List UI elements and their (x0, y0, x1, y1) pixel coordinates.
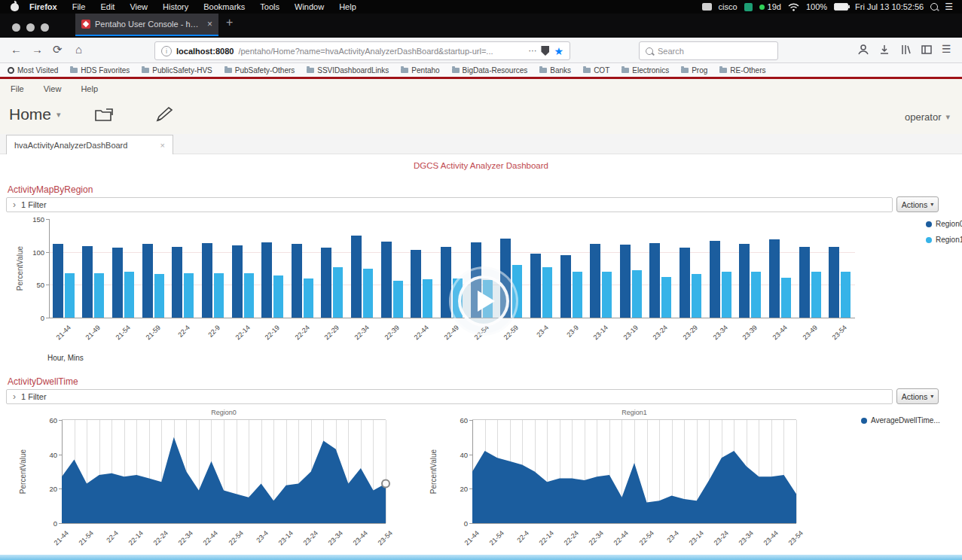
bar-region1[interactable] (751, 272, 761, 318)
bar-region0[interactable] (530, 254, 541, 318)
bookmark-item[interactable]: Most Visited (8, 66, 58, 75)
bar-region1[interactable] (184, 273, 194, 318)
mac-menu-bookmarks[interactable]: Bookmarks (196, 2, 252, 11)
dwell-chart-legend[interactable]: AverageDwellTime... (861, 416, 940, 425)
dashboard-tab-close-icon[interactable]: × (160, 141, 165, 150)
bar-region0[interactable] (381, 242, 392, 318)
bar-region1[interactable] (811, 272, 821, 318)
wifi-icon[interactable] (788, 3, 799, 11)
actions-button-dwell[interactable]: Actions ▾ (896, 388, 939, 404)
bar-region0[interactable] (710, 241, 720, 318)
legend-item-region1[interactable]: Region1 (926, 236, 962, 244)
mac-menu-file[interactable]: File (65, 2, 93, 11)
area-series[interactable] (62, 420, 386, 523)
bar-region0[interactable] (739, 244, 750, 318)
vpn-label[interactable]: cisco (719, 2, 738, 11)
apple-icon[interactable] (11, 3, 19, 11)
bar-region0[interactable] (411, 250, 421, 318)
battery-icon[interactable] (834, 3, 848, 11)
bar-region1[interactable] (154, 274, 164, 318)
menu-hamburger-icon[interactable]: ☰ (942, 43, 951, 55)
bar-region1[interactable] (363, 269, 373, 318)
bar-region0[interactable] (53, 244, 63, 318)
page-actions-icon[interactable]: ⋯ (528, 46, 536, 56)
back-button[interactable]: ← (11, 43, 22, 56)
bar-region1[interactable] (781, 278, 791, 318)
uptime-indicator[interactable]: 19d (759, 2, 781, 11)
bar-region0[interactable] (82, 246, 93, 318)
legend-item-region0[interactable]: Region0 (926, 220, 962, 228)
perspective-dropdown[interactable]: Home ▾ (9, 105, 61, 123)
mac-menu-window[interactable]: Window (287, 2, 331, 11)
mac-app-name[interactable]: Firefox (22, 2, 65, 11)
control-center-icon[interactable]: ☰ (945, 2, 953, 12)
bar-region0[interactable] (142, 244, 153, 318)
bar-region0[interactable] (829, 247, 839, 318)
bookmark-item[interactable]: Electronics (621, 66, 669, 75)
bar-region1[interactable] (602, 272, 612, 318)
green-app-icon[interactable] (744, 3, 753, 11)
user-dropdown[interactable]: operator ▾ (905, 111, 950, 123)
pentaho-menu-help[interactable]: Help (81, 84, 98, 93)
bar-region1[interactable] (542, 267, 552, 318)
area-polygon[interactable] (472, 451, 796, 523)
minimize-window-button[interactable] (26, 23, 35, 32)
pentaho-menu-file[interactable]: File (11, 84, 24, 93)
filter-bar-dwell[interactable]: › 1 Filter (6, 389, 893, 404)
bar-region0[interactable] (261, 242, 272, 318)
bar-region0[interactable] (769, 239, 780, 318)
bar-region1[interactable] (124, 272, 134, 318)
bar-region1[interactable] (333, 267, 343, 318)
bar-region0[interactable] (590, 244, 600, 318)
bookmark-item[interactable]: PubSafety-Others (224, 66, 295, 75)
browser-tab[interactable]: Pentaho User Console - hvaAc × (75, 14, 218, 36)
bar-region1[interactable] (304, 278, 313, 318)
bookmark-item[interactable]: HDS Favorites (70, 66, 130, 75)
actions-button-map[interactable]: Actions ▾ (896, 196, 939, 212)
reload-button[interactable]: ⟳ (53, 43, 63, 56)
bar-region0[interactable] (680, 248, 690, 318)
bar-region1[interactable] (214, 273, 224, 318)
bar-region1[interactable] (423, 279, 432, 318)
bar-region0[interactable] (112, 248, 123, 318)
pentaho-menu-view[interactable]: View (44, 84, 62, 93)
play-button[interactable] (458, 275, 509, 327)
site-info-icon[interactable]: i (161, 46, 172, 56)
bookmark-item[interactable]: Pentaho (401, 66, 439, 75)
bar-region0[interactable] (649, 243, 660, 318)
search-bar[interactable]: Search (639, 41, 778, 60)
bookmark-item[interactable]: Prog (681, 66, 707, 75)
bar-region0[interactable] (292, 244, 302, 318)
browse-files-icon[interactable] (94, 106, 114, 123)
bar-region1[interactable] (393, 281, 403, 318)
bar-region0[interactable] (321, 248, 331, 318)
sidebar-toggle-icon[interactable] (921, 44, 933, 56)
account-icon[interactable] (857, 44, 869, 56)
mac-menu-help[interactable]: Help (331, 2, 364, 11)
bar-region1[interactable] (65, 273, 75, 318)
bar-region0[interactable] (202, 243, 212, 318)
area-polygon[interactable] (62, 437, 386, 523)
bar-region1[interactable] (94, 273, 104, 318)
bookmark-item[interactable]: Banks (539, 66, 571, 75)
video-play-overlay[interactable] (449, 266, 518, 336)
anyconnect-icon[interactable] (702, 3, 712, 11)
mac-menu-edit[interactable]: Edit (93, 2, 122, 11)
close-window-button[interactable] (12, 23, 20, 32)
bar-region1[interactable] (692, 274, 701, 318)
create-new-icon[interactable] (154, 106, 174, 123)
bookmark-item[interactable]: SSVIDashboardLinks (307, 66, 389, 75)
bar-region0[interactable] (799, 247, 810, 318)
bookmark-item[interactable]: RE-Others (719, 66, 765, 75)
mac-menu-tools[interactable]: Tools (252, 2, 287, 11)
bookmark-item[interactable]: PublicSafety-HVS (142, 66, 212, 75)
dashboard-tab[interactable]: hvaActivityAnalyzerDashBoard × (6, 135, 173, 154)
menubar-clock[interactable]: Fri Jul 13 10:52:56 (855, 2, 924, 11)
library-icon[interactable] (899, 44, 912, 56)
downloads-icon[interactable] (878, 44, 890, 56)
bar-region1[interactable] (661, 277, 671, 318)
home-button[interactable]: ⌂ (75, 43, 82, 56)
bar-region0[interactable] (560, 255, 571, 318)
url-bar[interactable]: i localhost:8080 /pentaho/Home?name=hvaA… (154, 41, 570, 60)
bar-region0[interactable] (232, 245, 243, 318)
